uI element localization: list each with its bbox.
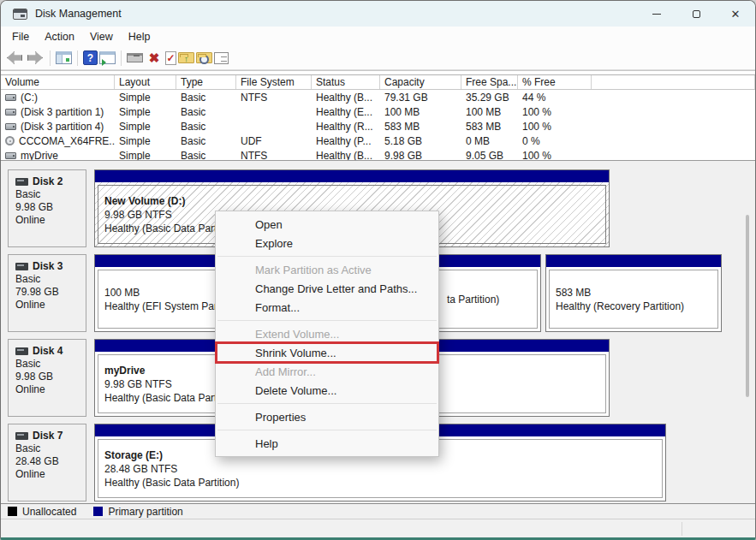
disk-management-window: Disk Management ✕ FileActionViewHelp ?✖✓…: [0, 0, 756, 540]
disk-type: Basic: [15, 442, 86, 455]
cell-layout: Simple: [115, 92, 176, 104]
menu-item-help[interactable]: Help: [216, 434, 438, 453]
partition-color-strip: [546, 255, 721, 267]
disk-name: Disk 2: [15, 175, 86, 188]
disk-icon: [15, 347, 28, 355]
menu-action[interactable]: Action: [37, 28, 82, 45]
column-header-layout[interactable]: Layout: [115, 75, 176, 89]
disk-label-card[interactable]: Disk 2Basic9.98 GBOnline: [8, 169, 86, 247]
column-header-capacity[interactable]: Capacity: [380, 75, 461, 89]
cell-fs: UDF: [236, 135, 312, 147]
cell-type: Basic: [176, 106, 236, 118]
primary-partition-swatch: [93, 507, 103, 516]
toolbar: ?✖✓↑: [1, 46, 755, 70]
cell-capacity: 9.98 GB: [380, 150, 461, 161]
volume-list-header: VolumeLayoutTypeFile SystemStatusCapacit…: [1, 74, 755, 90]
disk-name: Disk 7: [15, 430, 86, 442]
minimize-button[interactable]: [637, 1, 676, 27]
menu-item-explore[interactable]: Explore: [216, 234, 438, 252]
delete-icon[interactable]: ✖: [145, 50, 164, 67]
checklist-icon[interactable]: [214, 52, 229, 64]
menu-item-delete-volume[interactable]: Delete Volume...: [216, 381, 438, 400]
partition-body: 583 MBHealthy (Recovery Partition): [546, 267, 721, 331]
cell-layout: Simple: [115, 135, 176, 147]
toolbar-separator: [50, 50, 51, 66]
volume-name: myDrive: [21, 150, 58, 161]
menu-bar: FileActionViewHelp: [1, 27, 755, 46]
menu-item-shrink-volume[interactable]: Shrink Volume...: [216, 343, 438, 362]
partition-label-line: Healthy (Basic Data Partition): [104, 476, 662, 490]
drive-icon: [5, 152, 16, 159]
disk-icon: [15, 432, 28, 440]
column-header-type[interactable]: Type: [176, 75, 236, 89]
back-icon[interactable]: [5, 50, 24, 67]
menu-item-change-drive-letter-and-paths[interactable]: Change Drive Letter and Paths...: [216, 279, 438, 298]
cell-type: Basic: [176, 135, 236, 147]
partition[interactable]: 583 MBHealthy (Recovery Partition): [545, 254, 722, 332]
forward-icon[interactable]: [26, 50, 45, 67]
cell-capacity: 583 MB: [380, 121, 461, 133]
menu-view[interactable]: View: [82, 28, 121, 45]
minimize-icon: [652, 14, 661, 15]
properties-check-icon[interactable]: ✓: [165, 51, 176, 65]
toolbar-separator: [121, 50, 122, 66]
disk-name-text: Disk 7: [33, 430, 63, 442]
column-header--free[interactable]: % Free: [518, 75, 592, 89]
column-header-file-system[interactable]: File System: [236, 75, 312, 89]
cell-volume: (Disk 3 partition 4): [1, 121, 115, 133]
partition-label-line: New Volume (D:): [104, 194, 605, 208]
table-row[interactable]: myDriveSimpleBasicNTFSHealthy (B...9.98 …: [1, 148, 755, 160]
cell-status: Healthy (B...: [312, 150, 380, 161]
console-tree-icon[interactable]: [56, 51, 72, 64]
cell-pct: 44 %: [518, 92, 592, 104]
title-bar: Disk Management ✕: [1, 1, 755, 27]
menu-file[interactable]: File: [4, 28, 37, 45]
volume-name: (C:): [21, 92, 38, 104]
partition-label: 583 MBHealthy (Recovery Partition): [549, 270, 718, 329]
table-row[interactable]: (C:)SimpleBasicNTFSHealthy (B...79.31 GB…: [1, 90, 755, 104]
maximize-button[interactable]: [676, 1, 716, 27]
cell-pct: 100 %: [518, 121, 592, 133]
folder-search-icon[interactable]: [196, 52, 212, 63]
disk-size: 9.98 GB: [15, 201, 86, 214]
help-icon[interactable]: ?: [83, 50, 98, 65]
disk-label-card[interactable]: Disk 3Basic79.98 GBOnline: [8, 254, 86, 332]
vertical-scrollbar-thumb[interactable]: [746, 215, 749, 397]
partition-label-line: Healthy (Recovery Partition): [556, 300, 717, 313]
menu-item-format[interactable]: Format...: [216, 298, 438, 317]
disk-status: Online: [15, 299, 86, 312]
folder-up-icon[interactable]: ↑: [178, 52, 194, 63]
cell-volume: (C:): [1, 92, 115, 104]
menu-item-mark-partition-as-active: Mark Partition as Active: [216, 260, 438, 279]
window-title: Disk Management: [35, 8, 122, 20]
disk-label-card[interactable]: Disk 4Basic9.98 GBOnline: [8, 339, 86, 417]
table-row[interactable]: CCCOMA_X64FRE...SimpleBasicUDFHealthy (P…: [1, 134, 755, 148]
drive-icon: [5, 123, 16, 130]
disk-size: 79.98 GB: [15, 286, 86, 299]
disk-name-text: Disk 3: [33, 260, 63, 273]
disk-label-card[interactable]: Disk 7Basic28.48 GBOnline: [8, 424, 86, 501]
column-header-status[interactable]: Status: [312, 75, 380, 89]
status-bar: [1, 519, 755, 538]
table-row[interactable]: (Disk 3 partition 4)SimpleBasicHealthy (…: [1, 119, 755, 134]
volume-name: (Disk 3 partition 1): [21, 106, 104, 118]
table-row[interactable]: (Disk 3 partition 1)SimpleBasicHealthy (…: [1, 104, 755, 119]
disk-status: Online: [15, 468, 86, 481]
volume-list-body: (C:)SimpleBasicNTFSHealthy (B...79.31 GB…: [1, 90, 755, 160]
menu-item-open[interactable]: Open: [216, 215, 438, 234]
menu-separator: [217, 430, 437, 430]
cell-status: Healthy (B...: [312, 92, 380, 104]
disk-icon: [15, 178, 28, 186]
cell-pct: 0 %: [518, 135, 592, 147]
close-button[interactable]: ✕: [716, 1, 755, 27]
action-pane-icon[interactable]: [99, 51, 116, 64]
column-header-free-spa-[interactable]: Free Spa...: [461, 75, 518, 89]
console-icon[interactable]: [127, 53, 143, 62]
column-header-volume[interactable]: Volume: [1, 75, 115, 89]
menu-item-properties[interactable]: Properties: [216, 407, 438, 426]
highlight-red-frame: [215, 341, 439, 364]
cell-fs: NTFS: [236, 150, 312, 161]
menu-help[interactable]: Help: [121, 28, 158, 45]
disk-type: Basic: [15, 358, 86, 371]
partition-label-line: 28.48 GB NTFS: [104, 462, 662, 476]
